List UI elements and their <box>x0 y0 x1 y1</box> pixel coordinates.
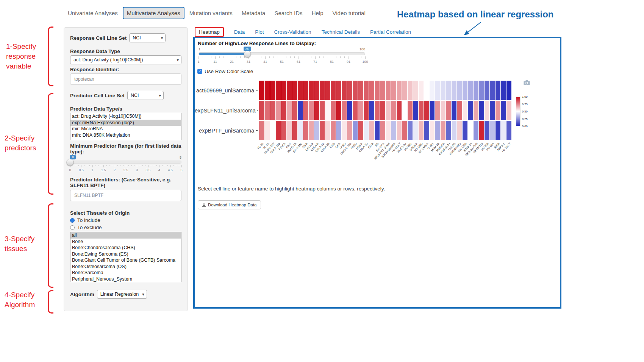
slider-tick-minor <box>89 165 90 166</box>
heatmap-cell <box>276 81 281 100</box>
slider-tick-minor <box>274 56 274 58</box>
slider-tick-minor <box>131 165 132 166</box>
predictor-data-types-listbox[interactable]: act: Drug Activity (-log10[IC50M])exp: m… <box>70 113 181 140</box>
algorithm-select[interactable]: Linear Regression ▾ <box>97 290 147 299</box>
nav-tab-search-ids[interactable]: Search IDs <box>270 7 306 19</box>
slider-tick-minor <box>319 56 320 58</box>
heatmap-cell <box>391 121 396 140</box>
heatmap-cell <box>419 121 424 140</box>
tissue-include-radio[interactable]: To include <box>70 217 181 223</box>
heatmap-plot-area[interactable] <box>259 81 511 140</box>
heatmap-cell <box>485 101 490 120</box>
heatmap-cell <box>309 121 314 140</box>
use-row-color-scale-checkbox[interactable]: ✓ Use Row Color Scale <box>197 69 253 74</box>
heatmap-row-label-expslfn11-unisarcoma[interactable]: expSLFN11_uniSarcoma <box>195 101 258 120</box>
annotation-heatmap-title: Heatmap based on linear regression <box>397 9 553 20</box>
heatmap-cell <box>419 81 424 100</box>
slider-tick-minor <box>324 56 324 58</box>
slider-tick-minor <box>290 56 291 58</box>
heatmap-cell <box>397 121 402 140</box>
colorbar-gradient <box>516 97 521 126</box>
tissue-option-bone-osteosarcoma-os[interactable]: Bone:Osteosarcoma (OS) <box>70 264 181 270</box>
slider-track[interactable] <box>70 161 181 164</box>
tissue-option-bone-ewing-sarcoma-es[interactable]: Bone:Ewing Sarcoma (ES) <box>70 251 181 257</box>
response-cell-line-set-label: Response Cell Line Set <box>70 35 127 41</box>
predictor-data-type-option-mth-dna-850k-methylation[interactable]: mth: DNA 850K Methylation <box>70 132 181 139</box>
response-identifier-input[interactable] <box>70 73 181 85</box>
heatmap-cell <box>325 121 330 140</box>
heatmap-cell <box>265 81 270 100</box>
response-data-type-label: Response Data Type <box>70 48 181 54</box>
tissue-option-peripheral-nervous-system[interactable]: Peripheral_Nervous_System <box>70 276 181 282</box>
tissue-exclude-radio[interactable]: To exclude <box>70 225 181 230</box>
heatmap-cell <box>506 81 512 100</box>
slider-tick-label: 71 <box>313 60 317 64</box>
tab-heatmap[interactable]: Heatmap <box>195 27 224 37</box>
colorbar-tick-label: 0.50 <box>522 110 528 113</box>
slider-tick-minor <box>224 56 224 58</box>
heatmap-cell <box>303 121 308 140</box>
heatmap-cell <box>391 81 396 100</box>
slider-handle[interactable] <box>244 50 251 58</box>
slider-tick <box>115 165 115 167</box>
slider-track[interactable] <box>199 52 365 55</box>
checkbox-checked-icon: ✓ <box>197 69 202 74</box>
predictor-data-type-option-mir-microrna[interactable]: mir: MicroRNA <box>70 126 181 132</box>
heatmap-cell <box>292 121 297 140</box>
nav-tab-mutation-variants[interactable]: Mutation variants <box>185 7 237 19</box>
slider-tick-label: 41 <box>263 60 267 64</box>
predictor-identifiers-input[interactable] <box>70 190 181 201</box>
slider-tick-label: 2.5 <box>123 168 128 172</box>
slider-tick-minor <box>307 56 307 58</box>
heatmap-cell <box>347 121 352 140</box>
colorbar-tick-label: 1.00 <box>522 95 528 98</box>
tissue-option-bone-giant-cell-tumor-of-bone-gctb-sarcoma[interactable]: Bone:Giant Cell Tumor of Bone (GCTB) Sar… <box>70 257 181 264</box>
heatmap-cell <box>490 101 495 120</box>
response-cell-line-set-select[interactable]: NCI ▾ <box>129 33 166 42</box>
annotation-step-2: 2-Specify predictors <box>5 133 36 153</box>
heatmap-cell <box>336 121 341 140</box>
slider-tick-minor <box>236 56 236 58</box>
tab-data[interactable]: Data <box>234 29 245 35</box>
heatmap-cell <box>292 101 297 120</box>
heatmap-cell <box>369 101 374 120</box>
nav-tab-video-tutorial[interactable]: Video tutorial <box>328 7 369 19</box>
predictor-cell-line-set-select[interactable]: NCI ▾ <box>127 91 164 100</box>
nav-tab-help[interactable]: Help <box>308 7 328 19</box>
response-lines-slider[interactable]: 1 100 30 1112131415161718191100 <box>199 47 365 66</box>
response-data-type-select[interactable]: act: Drug Activity (-log10[IC50M]) ▾ <box>70 55 181 64</box>
tissue-option-all[interactable]: all <box>70 232 181 239</box>
heatmap-row-label-expbptf-unisarcoma[interactable]: expBPTF_uniSarcoma <box>195 121 258 140</box>
tab-plot[interactable]: Plot <box>255 29 264 35</box>
slider-tick-minor <box>145 165 145 166</box>
tissue-option-bone[interactable]: Bone <box>70 239 181 245</box>
slider-tick-minor <box>162 165 163 166</box>
predictor-data-type-option-act-drug-activity-log10-ic50m[interactable]: act: Drug Activity (-log10[IC50M]) <box>70 113 181 120</box>
camera-download-plot-icon[interactable] <box>524 80 530 87</box>
tissue-option-bone-sarcoma[interactable]: Bone:Sarcoma <box>70 270 181 276</box>
min-predictor-range-slider[interactable]: 5 0 00.511.522.533.544.55 <box>70 156 181 175</box>
slider-handle[interactable] <box>67 159 74 166</box>
nav-tab-metadata[interactable]: Metadata <box>238 7 270 19</box>
slider-tick <box>137 165 137 167</box>
tissue-origin-listbox[interactable]: allBoneBone:Chondrosarcoma (CHS)Bone:Ewi… <box>70 232 181 282</box>
nav-tab-multivariate-analyses[interactable]: Multivariate Analyses <box>123 7 184 19</box>
slider-tick-minor <box>340 56 341 58</box>
heatmap-cell <box>501 101 506 120</box>
heatmap-cell <box>479 121 484 140</box>
slider-tick-minor <box>228 56 228 58</box>
heatmap-cell <box>375 81 380 100</box>
heatmap-cell <box>430 81 435 100</box>
predictor-data-type-option-exp-mrna-expression-log2[interactable]: exp: mRNA Expression (log2) <box>70 120 181 126</box>
tab-cross-validation[interactable]: Cross-Validation <box>274 29 311 35</box>
heatmap-row-label-act609699-unisarcoma[interactable]: act609699_uniSarcoma <box>195 81 258 100</box>
tab-technical-details[interactable]: Technical Details <box>322 29 360 35</box>
download-heatmap-data-button[interactable]: Download Heatmap Data <box>198 200 261 209</box>
slider-tick-minor <box>112 165 112 166</box>
heatmap-cell <box>331 101 336 120</box>
nav-tab-univariate-analyses[interactable]: Univariate Analyses <box>64 7 122 19</box>
slider-grid: 1112131415161718191100 <box>199 56 365 65</box>
tissue-option-bone-chondrosarcoma-chs[interactable]: Bone:Chondrosarcoma (CHS) <box>70 245 181 251</box>
tab-partial-correlation[interactable]: Partial Correlation <box>370 29 411 35</box>
heatmap-cell <box>342 81 347 100</box>
